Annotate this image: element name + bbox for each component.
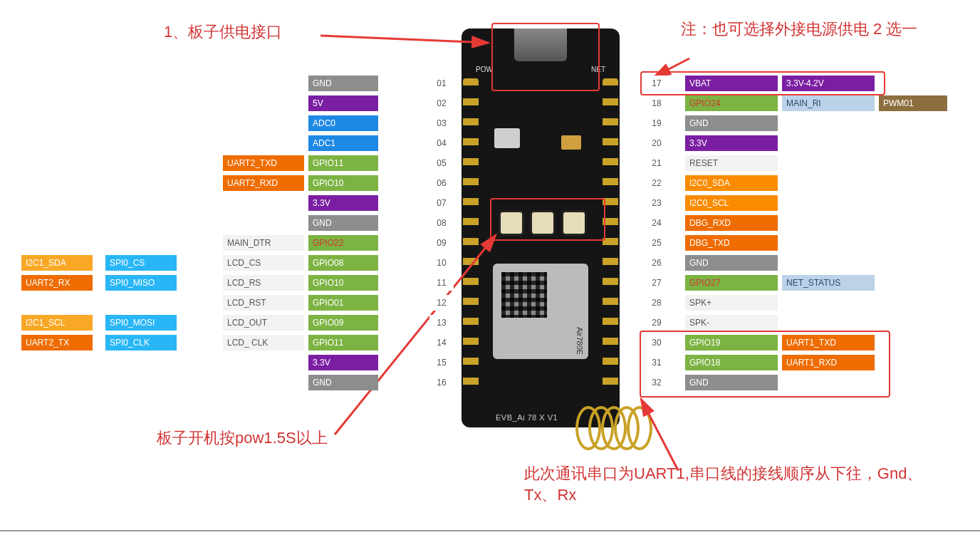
svg-line-1 (654, 58, 689, 77)
pin-number: 32 (645, 375, 669, 390)
pin-number: 30 (645, 335, 669, 351)
pin-label: GND (308, 215, 378, 231)
pin-number: 02 (429, 95, 454, 111)
pin-number: 08 (429, 215, 454, 231)
pin-number: 16 (429, 375, 454, 390)
pin-label: ADC0 (308, 115, 378, 131)
pin-number: 11 (429, 275, 454, 291)
pin-label: GPIO18 (685, 355, 778, 370)
pin-label: SPI0_CS (105, 255, 177, 271)
pin-number: 01 (429, 76, 454, 91)
pin-number: 31 (645, 355, 669, 370)
pin-label: SPI0_MISO (105, 275, 177, 291)
pin-label: ADC1 (308, 135, 378, 151)
pin-number: 19 (645, 115, 669, 131)
pin-number: 22 (645, 175, 669, 191)
pin-label: UART2_TXD (223, 155, 304, 171)
divider-bottom (0, 530, 980, 531)
pin-label: 3.3V (685, 135, 778, 151)
pin-number: 07 (429, 195, 454, 211)
pin-label: GPIO08 (308, 255, 378, 271)
pin-label: GPIO11 (308, 155, 378, 171)
pin-label: 3.3V (308, 195, 378, 211)
pin-number: 06 (429, 175, 454, 191)
pin-number: 25 (645, 235, 669, 251)
pin-label: GND (685, 255, 778, 271)
pin-label: LCD_CS (223, 255, 304, 271)
svg-line-0 (320, 36, 489, 43)
pin-label: RESET (685, 155, 778, 171)
pin-number: 18 (645, 95, 669, 111)
pin-label: I2C0_SDA (685, 175, 778, 191)
pin-label: SPI0_MOSI (105, 315, 177, 331)
pin-number: 13 (429, 315, 454, 331)
pin-label: GPIO24 (685, 95, 778, 111)
annotation-power: 1、板子供电接口 (164, 21, 282, 43)
pin-label: I2C1_SCL (21, 315, 93, 331)
pin-label: GND (308, 76, 378, 91)
pin-number: 23 (645, 195, 669, 211)
pin-label: UART1_TXD (782, 335, 875, 351)
annotation-note: 注：也可选择外接电源供电 2 选一 (681, 19, 959, 40)
pin-label: VBAT (685, 76, 778, 91)
pin-label: GND (308, 375, 378, 390)
pin-label: MAIN_RI (782, 95, 875, 111)
pin-number: 10 (429, 255, 454, 271)
pin-label: UART2_RX (21, 275, 93, 291)
pin-label: LCD_ CLK (223, 335, 304, 351)
pin-number: 24 (645, 215, 669, 231)
pin-number: 17 (645, 76, 669, 91)
pin-label: LCD_RST (223, 295, 304, 311)
pin-label: GPIO11 (308, 335, 378, 351)
pin-label: SPI0_CLK (105, 335, 177, 351)
pin-number: 15 (429, 355, 454, 370)
pin-number: 28 (645, 295, 669, 311)
pin-label: SPK+ (685, 295, 778, 311)
pin-label: GPIO09 (308, 315, 378, 331)
pin-label: 3.3V-4.2V (782, 76, 875, 91)
pin-label: UART1_RXD (782, 355, 875, 370)
pin-label: NET_STATUS (782, 275, 875, 291)
pin-number: 04 (429, 135, 454, 151)
pin-label: GPIO10 (308, 175, 378, 191)
pin-label: I2C0_SCL (685, 195, 778, 211)
pin-number: 05 (429, 155, 454, 171)
pin-label: LCD_RS (223, 275, 304, 291)
pin-label: SPK- (685, 315, 778, 331)
pin-number: 20 (645, 135, 669, 151)
pin-label: DBG_RXD (685, 215, 778, 231)
pin-label: UART2_RXD (223, 175, 304, 191)
svg-line-3 (641, 399, 678, 470)
pin-label: GPIO27 (685, 275, 778, 291)
pin-number: 09 (429, 235, 454, 251)
pin-number: 26 (645, 255, 669, 271)
pin-label: LCD_OUT (223, 315, 304, 331)
pin-number: 29 (645, 315, 669, 331)
pin-label: 3.3V (308, 355, 378, 370)
pin-label: MAIN_DTR (223, 235, 304, 251)
pin-label: GND (685, 375, 778, 390)
annotation-uart: 此次通讯串口为UART1,串口线的接线顺序从下往，Gnd、Tx、Rx (524, 463, 923, 505)
pin-label: GPIO19 (685, 335, 778, 351)
pin-label: GPIO22 (308, 235, 378, 251)
pin-label: DBG_TXD (685, 235, 778, 251)
pin-number: 21 (645, 155, 669, 171)
pin-label: PWM01 (879, 95, 947, 111)
pin-number: 14 (429, 335, 454, 351)
pin-label: UART2_TX (21, 335, 93, 351)
pin-number: 12 (429, 295, 454, 311)
pin-label: 5V (308, 95, 378, 111)
pin-number: 03 (429, 115, 454, 131)
annotation-boot: 板子开机按pow1.5S以上 (157, 427, 328, 449)
pin-number: 27 (645, 275, 669, 291)
pin-label: GPIO01 (308, 295, 378, 311)
pin-label: GND (685, 115, 778, 131)
pin-label: GPIO10 (308, 275, 378, 291)
pin-label: I2C1_SDA (21, 255, 93, 271)
